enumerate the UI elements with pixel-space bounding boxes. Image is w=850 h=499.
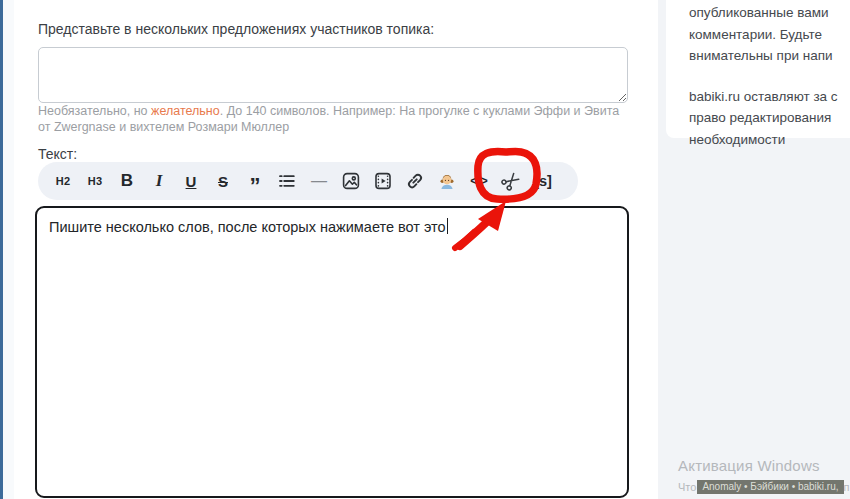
editor-textarea[interactable]: Пишите несколько слов, после которых наж…	[35, 206, 629, 498]
sidebar-note-card: опубликованные вами комментарии. Будьте …	[666, 0, 850, 138]
left-gutter	[3, 0, 14, 499]
sidebar-paragraph-1: опубликованные вами комментарии. Будьте …	[689, 2, 850, 67]
hint-highlight: желательно	[151, 104, 220, 118]
underline-button[interactable]: U	[176, 166, 206, 196]
text-caret	[447, 218, 449, 234]
sidebar-text-line: опубликованные вами	[689, 2, 850, 24]
sidebar-text-line: необходимости	[689, 129, 850, 151]
cut-scissors-icon	[497, 167, 525, 195]
intro-textarea[interactable]	[38, 47, 628, 103]
text-label: Текст:	[38, 146, 77, 162]
image-icon	[341, 171, 361, 191]
hint-text: Необязательно, но	[38, 104, 151, 118]
heading2-button[interactable]: H2	[48, 166, 78, 196]
quote-button[interactable]: ”	[240, 166, 270, 196]
sidebar-paragraph-2: babiki.ru оставляют за с право редактиро…	[689, 86, 850, 151]
horizontal-rule-button[interactable]: —	[304, 166, 334, 196]
insert-image-button[interactable]	[336, 166, 366, 196]
editor-toolbar: H2 H3 B I U S ” —	[38, 162, 578, 200]
windows-activation-watermark: Активация Windows	[678, 457, 820, 474]
source-badge: Anomaly • Бэйбики • babiki.ru,	[697, 480, 843, 494]
windows-activation-watermark-line2: Что Anomaly • Бэйбики • babiki.ru, п	[678, 480, 849, 494]
sidebar-text-line: право редактирования	[689, 107, 850, 129]
insert-link-button[interactable]	[400, 166, 430, 196]
strikethrough-button[interactable]: S	[208, 166, 238, 196]
bullet-list-button[interactable]	[272, 166, 302, 196]
code-button[interactable]: </>	[464, 166, 494, 196]
sidebar-text-line: babiki.ru оставляют за с	[689, 86, 850, 108]
bold-button[interactable]: B	[112, 166, 142, 196]
heading3-button[interactable]: H3	[80, 166, 110, 196]
editor-text: Пишите несколько слов, после которых наж…	[49, 219, 446, 235]
watermark-text: Что	[678, 481, 696, 493]
page: опубликованные вами комментарии. Будьте …	[0, 0, 850, 499]
spoiler-button[interactable]: [s]	[528, 166, 558, 196]
intro-label: Представьте в нескольких предложениях уч…	[38, 21, 434, 37]
italic-button[interactable]: I	[144, 166, 174, 196]
video-icon	[373, 171, 393, 191]
watermark-text: п	[844, 481, 850, 493]
sidebar-text-line: внимательны при напи	[689, 45, 850, 67]
cut-scissors-button[interactable]	[496, 166, 526, 196]
emoji-icon	[437, 171, 457, 191]
bullet-list-icon	[277, 171, 297, 191]
link-icon	[405, 171, 425, 191]
sidebar-text-line: комментарии. Будьте	[689, 24, 850, 46]
intro-hint: Необязательно, но желательно. До 140 сим…	[38, 104, 630, 135]
insert-video-button[interactable]	[368, 166, 398, 196]
insert-smiley-button[interactable]	[432, 166, 462, 196]
